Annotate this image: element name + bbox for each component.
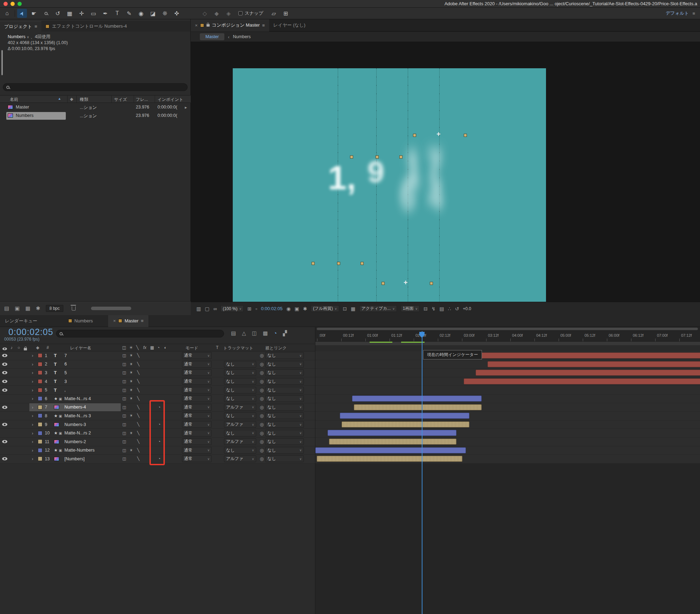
motion-blur-master-icon[interactable]: ◔ [274, 330, 277, 336]
layer-row[interactable]: › 2 T 6 ◫ ☀ ╲ ◔ 通常∨ なし∨ ◎ なし∨ [0, 360, 315, 369]
shape-tool[interactable]: ▭ [89, 9, 98, 18]
collapse-switch[interactable]: ☀ [128, 448, 135, 453]
label-chip[interactable] [38, 370, 42, 375]
layer-name[interactable]: 3 [64, 379, 67, 384]
layer-duration-bar[interactable] [476, 353, 700, 358]
label-chip[interactable] [38, 388, 42, 392]
label-chip[interactable] [38, 431, 42, 435]
mode-dropdown[interactable]: 通常∨ [182, 361, 212, 368]
flowchart-icon[interactable]: ∴ [448, 306, 451, 312]
snapshot-icon[interactable]: ◉ [286, 306, 290, 312]
fx-switch[interactable] [142, 431, 149, 435]
parent-pickwhip-icon[interactable]: ◎ [258, 431, 265, 436]
parent-pickwhip-icon[interactable]: ◎ [258, 413, 265, 418]
layer-name[interactable]: Numbers-3 [64, 422, 86, 427]
track-row[interactable] [315, 420, 700, 429]
pan-behind-tool[interactable]: ✛ [77, 9, 86, 18]
quality-switch[interactable]: ╲ [135, 439, 142, 444]
shy-switch[interactable]: ◫ [121, 413, 128, 418]
parent-pickwhip-icon[interactable]: ◎ [258, 448, 265, 453]
grid-guides-icon[interactable]: ⊞ [247, 306, 252, 312]
layer-name-cell[interactable]: › 3 T 5 [29, 369, 121, 377]
tab-layer[interactable]: レイヤー (なし) [269, 19, 310, 32]
anchor-target-icon[interactable]: + [436, 131, 441, 138]
layer-duration-bar[interactable] [464, 378, 700, 384]
quality-switch[interactable]: ╲ [135, 405, 142, 410]
label-chip[interactable] [38, 405, 42, 410]
shy-switch[interactable]: ◫ [121, 396, 128, 401]
layer-duration-bar[interactable] [354, 404, 482, 410]
workspace-menu-icon[interactable]: ≡ [692, 11, 695, 16]
timeline-button-icon[interactable]: ▤ [440, 306, 444, 312]
twirl-arrow-icon[interactable]: › [29, 422, 36, 427]
project-row-master[interactable]: Master ...ション 23.976 0:00:00:0( ▸ [0, 103, 191, 112]
shy-switch[interactable]: ◫ [121, 405, 128, 410]
column-type[interactable]: 種類 [80, 97, 88, 103]
mini-flowchart-icon[interactable]: ▤ [231, 330, 236, 336]
quality-switch[interactable]: ╲ [135, 353, 142, 358]
quality-switch[interactable]: ╲ [135, 448, 142, 453]
brush-tool[interactable]: ✎ [124, 9, 134, 18]
list-view-icon[interactable]: ▤ [4, 305, 9, 312]
number-column-icon[interactable]: # [47, 345, 49, 350]
mode-dropdown[interactable]: 通常∨ [182, 412, 212, 419]
parent-dropdown[interactable]: なし∨ [265, 361, 304, 368]
layer-name-cell[interactable]: › 10 ★ Matte-N...rs 2 [29, 429, 121, 437]
view-axis-mode-button[interactable]: ◈ [224, 9, 233, 18]
parent-dropdown[interactable]: なし∨ [265, 404, 304, 411]
interpret-footage-icon[interactable]: ✱ [36, 305, 41, 312]
collapse-column-icon[interactable]: ☀ [129, 345, 133, 350]
parent-dropdown[interactable]: なし∨ [265, 430, 304, 437]
quality-switch[interactable]: ╲ [135, 362, 142, 367]
resolution-dropdown[interactable]: (フル画質)∨ [311, 305, 339, 312]
label-chip[interactable] [38, 422, 42, 427]
mode-dropdown[interactable]: 通常∨ [182, 352, 212, 359]
parent-pickwhip-icon[interactable]: ◎ [258, 379, 265, 384]
layer-name-cell[interactable]: › 12 ★ Matte-Numbers [29, 446, 121, 455]
twirl-arrow-icon[interactable]: › [29, 379, 36, 384]
parent-pickwhip-icon[interactable]: ◎ [258, 362, 265, 367]
matte-dropdown[interactable]: アルファ∨ [224, 421, 256, 428]
zoom-tool[interactable] [41, 9, 51, 18]
fx-switch[interactable] [142, 379, 149, 384]
matte-dropdown[interactable]: アルファ∨ [224, 455, 256, 462]
layer-name-cell[interactable]: › 9 Numbers-3 [29, 420, 121, 429]
layer-name[interactable]: [Numbers] [64, 456, 85, 461]
lock-column-icon[interactable] [24, 348, 27, 350]
twirl-arrow-icon[interactable]: › [29, 370, 36, 375]
keyframe-handle[interactable] [376, 155, 379, 159]
eye-toggle[interactable] [2, 457, 7, 460]
mask-visibility-icon[interactable]: ▫ [255, 306, 257, 312]
collapse-switch[interactable]: ☀ [128, 379, 135, 384]
layer-duration-bar[interactable] [476, 370, 700, 376]
parent-pickwhip-icon[interactable]: ◎ [258, 422, 265, 427]
mode-column[interactable]: モード [186, 345, 198, 351]
track-row[interactable] [315, 369, 700, 377]
matte-dropdown[interactable]: なし∨ [224, 378, 256, 385]
frame-blend-switch[interactable] [149, 370, 156, 375]
track-row[interactable] [315, 429, 700, 438]
horizontal-scrollbar[interactable] [91, 307, 131, 310]
eye-toggle[interactable] [2, 389, 7, 392]
frame-blend-switch[interactable] [149, 353, 156, 358]
fx-switch[interactable] [142, 396, 149, 401]
project-scrollbar[interactable] [1, 50, 3, 75]
layer-name-cell[interactable]: › 5 T , [29, 386, 121, 394]
label-chip[interactable] [38, 379, 42, 384]
layer-duration-bar[interactable] [329, 439, 456, 445]
shy-switch[interactable]: ◫ [121, 370, 128, 375]
keyframe-handle[interactable] [337, 262, 340, 265]
quality-switch[interactable]: ╲ [135, 422, 142, 427]
panel-menu-icon[interactable]: ≡ [141, 318, 144, 323]
fx-switch[interactable] [142, 362, 149, 367]
tab-project[interactable]: プロジェクト ≡ [0, 21, 41, 32]
track-row[interactable] [315, 395, 700, 403]
selection-tool[interactable]: ➤ [17, 9, 27, 18]
mode-dropdown[interactable]: 通常∨ [182, 447, 212, 454]
layer-name-cell[interactable]: › 1 T 7 [29, 351, 121, 360]
item-name[interactable]: Numbers [8, 34, 26, 39]
rotate-tool[interactable]: ↺ [53, 9, 63, 18]
keyframe-handle[interactable] [399, 155, 402, 159]
pixel-aspect-icon[interactable]: ⊟ [424, 306, 428, 312]
parent-link-column[interactable]: 親とリンク [265, 345, 287, 351]
